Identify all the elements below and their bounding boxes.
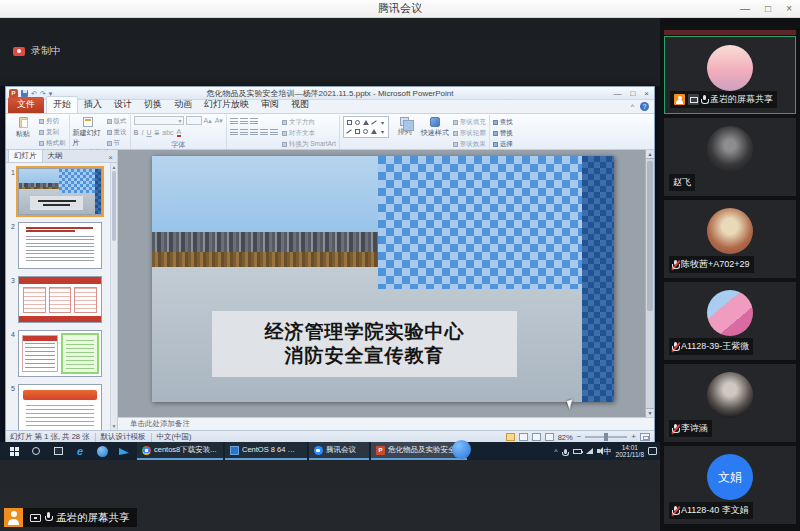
taskbar-window-meeting[interactable]: 腾讯会议 [309, 442, 369, 460]
columns-icon[interactable] [270, 129, 278, 136]
tab-review[interactable]: 审阅 [255, 97, 285, 113]
tray-expand-icon[interactable]: ^ [554, 448, 557, 455]
align-left-icon[interactable] [230, 129, 238, 136]
strikethrough-button[interactable]: S [155, 129, 160, 136]
panel-tab-outline[interactable]: 大纲 [43, 150, 68, 162]
scroll-thumb[interactable] [647, 161, 653, 311]
current-slide[interactable]: 经济管理学院实验中心 消防安全宣传教育 [152, 156, 614, 402]
participant-tile-2[interactable]: 赵飞 [664, 118, 796, 196]
new-slide-button[interactable]: 新建幻灯片 [73, 116, 103, 148]
justify-icon[interactable] [260, 129, 268, 136]
font-name-combobox[interactable] [134, 116, 184, 125]
edge-button[interactable]: e [69, 442, 91, 460]
reading-view-button[interactable] [532, 433, 541, 441]
scroll-up-icon[interactable]: ▲ [646, 150, 654, 159]
slide-sorter-view-button[interactable] [519, 433, 528, 441]
clock[interactable]: 14:01 2021/11/8 [616, 444, 644, 459]
powerpoint-icon[interactable]: P [9, 89, 18, 98]
zoom-in-button[interactable]: + [631, 433, 636, 441]
text-direction-button[interactable]: 文字方向 [282, 118, 336, 127]
slide-title-box[interactable]: 经济管理学院实验中心 消防安全宣传教育 [212, 311, 517, 377]
ppt-minimize-button[interactable]: — [613, 89, 621, 98]
tab-file[interactable]: 文件 [8, 97, 44, 113]
participant-tile-5[interactable]: 李诗涵 [664, 364, 796, 442]
panel-scroll-thumb[interactable] [112, 171, 116, 241]
arrange-button[interactable]: 排列 [393, 116, 417, 137]
clear-formatting-button[interactable]: abc [162, 129, 173, 136]
section-button[interactable]: 节 [107, 139, 127, 148]
tab-insert[interactable]: 插入 [78, 97, 108, 113]
meeting-floating-ball[interactable] [452, 440, 471, 459]
undo-icon[interactable]: ↶ [31, 90, 37, 97]
zoom-slider[interactable] [585, 436, 627, 438]
taskbar-window-chrome[interactable]: centos8下载安装... [137, 442, 223, 460]
zoom-slider-thumb[interactable] [604, 433, 608, 441]
align-right-icon[interactable] [250, 129, 258, 136]
battery-icon[interactable] [573, 449, 582, 454]
align-text-button[interactable]: 对齐文本 [282, 129, 336, 138]
layout-button[interactable]: 版式 [107, 117, 127, 126]
slide-thumbnail-3[interactable]: 3 [8, 276, 108, 323]
cut-button[interactable]: 剪切 [39, 117, 66, 126]
browser-app-button[interactable] [91, 442, 113, 460]
editor-scrollbar[interactable]: ▲ ▼ [645, 150, 654, 417]
bold-button[interactable]: B [134, 129, 139, 136]
ppt-close-button[interactable]: × [644, 89, 649, 98]
panel-scroll-down-icon[interactable]: ▼ [111, 423, 117, 429]
font-color-button[interactable]: A [177, 128, 182, 137]
save-icon[interactable] [21, 90, 28, 97]
indent-icon[interactable] [250, 118, 258, 125]
panel-scroll-up-icon[interactable]: ▲ [111, 164, 117, 170]
panel-close-icon[interactable]: × [108, 153, 117, 162]
tab-view[interactable]: 视图 [285, 97, 315, 113]
speaker-icon[interactable] [597, 449, 600, 453]
network-icon[interactable] [586, 448, 593, 454]
slideshow-view-button[interactable] [545, 433, 554, 441]
fit-to-window-button[interactable] [640, 433, 650, 441]
tray-mic-icon[interactable] [564, 449, 567, 454]
grow-font-button[interactable]: A▴ [204, 117, 212, 125]
format-painter-button[interactable]: 格式刷 [39, 139, 66, 148]
tab-slideshow[interactable]: 幻灯片放映 [198, 97, 255, 113]
redo-icon[interactable]: ↷ [40, 90, 46, 97]
shrink-font-button[interactable]: A▾ [215, 117, 223, 125]
find-button[interactable]: 查找 [493, 118, 513, 127]
ppt-maximize-button[interactable]: □ [630, 89, 635, 98]
paste-button[interactable]: 粘贴 [11, 116, 35, 139]
notification-center-icon[interactable] [648, 447, 657, 455]
search-button[interactable] [25, 442, 47, 460]
shape-outline-button[interactable]: 形状轮廓 [453, 129, 486, 138]
slide-thumbnail-5[interactable]: 5 [8, 384, 108, 430]
minimize-button[interactable]: — [740, 3, 750, 14]
close-button[interactable]: × [786, 3, 792, 14]
start-button[interactable] [3, 442, 25, 460]
messenger-app-button[interactable] [113, 442, 135, 460]
tab-animations[interactable]: 动画 [168, 97, 198, 113]
shape-fill-button[interactable]: 形状填充 [453, 118, 486, 127]
panel-tab-slides[interactable]: 幻灯片 [8, 149, 43, 162]
bullets-icon[interactable] [230, 118, 238, 125]
shape-effects-button[interactable]: 形状效果 [453, 140, 486, 149]
tab-transitions[interactable]: 切换 [138, 97, 168, 113]
scroll-down-icon[interactable]: ▼ [646, 408, 654, 417]
help-icon[interactable]: ? [640, 102, 649, 111]
normal-view-button[interactable] [506, 433, 515, 441]
ime-indicator[interactable]: 中 [604, 446, 612, 457]
zoom-out-button[interactable]: − [577, 433, 582, 441]
qat-dropdown-icon[interactable]: ▾ [49, 90, 53, 97]
maximize-button[interactable]: □ [765, 3, 771, 14]
align-center-icon[interactable] [240, 129, 248, 136]
slide-thumbnail-1[interactable]: 1 [8, 168, 108, 215]
replace-button[interactable]: 替换 [493, 129, 513, 138]
participant-tile-3[interactable]: 陈牧茜+A702+29 [664, 200, 796, 278]
numbering-icon[interactable] [240, 118, 248, 125]
task-view-button[interactable] [47, 442, 69, 460]
tab-design[interactable]: 设计 [108, 97, 138, 113]
reset-button[interactable]: 重设 [107, 128, 127, 137]
font-size-combobox[interactable] [186, 116, 202, 125]
tab-home[interactable]: 开始 [46, 96, 78, 113]
quick-styles-button[interactable]: 快速样式 [421, 116, 449, 138]
italic-button[interactable]: I [142, 129, 144, 136]
slide-thumbnail-2[interactable]: 2 [8, 222, 108, 269]
convert-smartart-button[interactable]: 转换为 SmartArt [282, 140, 336, 149]
